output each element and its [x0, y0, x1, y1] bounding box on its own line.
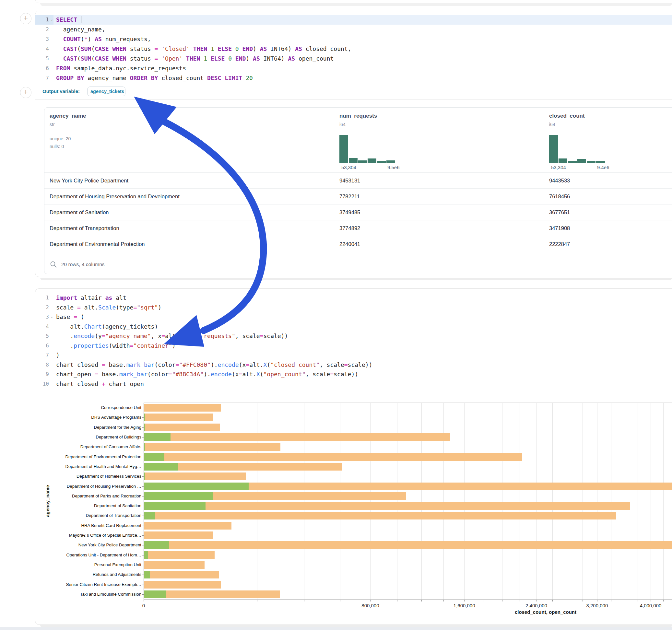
y-tick-label: Personal Exemption Unit: [44, 562, 141, 567]
bar-closed: [144, 404, 221, 412]
y-axis-tick: [142, 467, 144, 467]
x-tick-label: 0: [124, 603, 163, 608]
grid-line: [568, 403, 568, 600]
bar-open: [144, 472, 145, 480]
bar-open: [144, 492, 213, 500]
grid-line: [663, 403, 664, 600]
y-tick-label: DHS Advantage Programs: [44, 415, 141, 420]
y-axis-tick: [142, 506, 144, 506]
y-tick-label: Refunds and Adjustments: [44, 572, 141, 577]
bar-open: [144, 571, 150, 579]
altair-chart: closed_count, open_count agency_name 080…: [0, 0, 672, 630]
y-axis-tick: [142, 417, 144, 418]
y-tick-label: Correspondence Unit: [44, 405, 141, 410]
y-tick-label: Mayorâ€ s Office of Special Enforce…: [44, 533, 141, 538]
plot-border: [144, 403, 672, 403]
bar-closed: [144, 571, 219, 579]
y-axis-tick: [142, 437, 144, 437]
grid-line: [611, 403, 611, 600]
grid-line: [502, 403, 502, 600]
y-tick-label: Taxi and Limousine Commission: [44, 592, 141, 597]
grid-line: [370, 403, 370, 600]
y-tick-label: Department of Sanitation: [44, 503, 141, 508]
x-tick-label: 800,000: [351, 603, 390, 608]
bar-closed: [144, 512, 616, 519]
grid-line: [625, 403, 625, 600]
x-tick-label: 3,200,000: [578, 603, 617, 608]
x-tick-label: 4,000,000: [631, 603, 670, 608]
y-tick-label: Department of Buildings: [44, 435, 141, 439]
grid-line: [520, 403, 520, 600]
grid-line: [597, 403, 597, 600]
y-tick-label: Department of Environmental Protection: [44, 454, 141, 459]
grid-line: [422, 403, 422, 600]
grid-line: [443, 403, 444, 600]
x-tick-label: 2,400,000: [517, 603, 556, 608]
grid-line: [552, 403, 553, 600]
y-axis-tick: [142, 496, 144, 496]
x-tick-label: 1,600,000: [445, 603, 484, 608]
bar-closed: [144, 502, 630, 510]
y-axis-tick: [142, 428, 144, 428]
grid-line: [257, 403, 257, 600]
grid-line: [582, 403, 583, 600]
y-axis-line: [144, 403, 144, 600]
y-tick-label: Department of Housing Preservation …: [44, 484, 141, 489]
y-axis-tick: [142, 486, 144, 487]
bar-open: [144, 483, 249, 490]
y-axis-tick: [142, 535, 144, 536]
y-axis-tick: [142, 457, 144, 457]
bar-open: [144, 512, 155, 519]
y-axis-tick: [142, 447, 144, 447]
y-tick-label: New York City Police Department: [44, 542, 141, 547]
bar-open: [144, 590, 166, 598]
y-tick-label: HRA Benefit Card Replacement: [44, 523, 141, 528]
grid-line: [340, 403, 340, 600]
bar-open: [144, 551, 148, 559]
grid-line: [651, 403, 651, 600]
y-tick-label: Operations Unit - Department of Hom…: [44, 553, 141, 557]
y-tick-label: Department of Transportation: [44, 513, 141, 518]
bar-closed: [144, 413, 213, 421]
bar-closed: [144, 541, 672, 549]
bar-closed: [144, 561, 205, 569]
grid-line: [464, 403, 464, 600]
bar-open: [144, 541, 169, 549]
y-axis-tick: [142, 526, 144, 526]
bar-closed: [144, 581, 221, 588]
y-axis-tick: [142, 565, 144, 565]
y-axis-tick: [142, 585, 144, 585]
bar-open: [144, 443, 145, 451]
bar-closed: [144, 433, 450, 441]
y-tick-label: Department of Health and Mental Hyg…: [44, 464, 141, 469]
grid-line: [638, 403, 638, 600]
grid-line: [397, 403, 398, 600]
bar-closed: [144, 423, 220, 431]
bar-closed: [144, 522, 232, 530]
y-tick-label: Department for the Aging: [44, 425, 141, 430]
bar-open: [144, 453, 164, 461]
bar-closed: [144, 551, 215, 559]
y-tick-label: Department of Parks and Recreation: [44, 493, 141, 499]
bar-open: [144, 433, 170, 441]
bar-closed: [144, 453, 522, 461]
y-axis-tick: [142, 408, 144, 408]
y-axis-tick: [142, 575, 144, 575]
grid-line: [536, 403, 536, 600]
y-tick-label: Department of Consumer Affairs: [44, 444, 141, 449]
y-tick-label: Senior Citizen Rent Increase Exempti…: [44, 582, 141, 587]
bar-closed: [144, 532, 213, 539]
grid-line: [484, 403, 484, 600]
y-tick-label: Department of Homeless Services: [44, 474, 141, 479]
y-axis-tick: [142, 545, 144, 546]
bar-closed: [144, 443, 281, 451]
x-axis-line: [144, 600, 672, 600]
bar-open: [144, 413, 145, 421]
bar-open: [144, 463, 178, 470]
bar-closed: [144, 472, 246, 480]
bar-open: [144, 502, 206, 510]
bar-open: [144, 423, 145, 431]
x-axis-title: closed_count, open_count: [416, 609, 672, 615]
y-axis-title: agency_name: [45, 485, 50, 517]
